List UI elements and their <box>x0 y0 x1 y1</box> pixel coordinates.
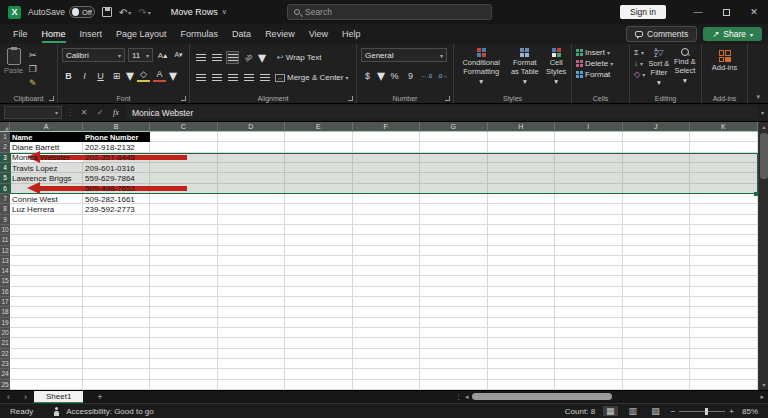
accessibility-status[interactable]: Accessibility: Good to go <box>66 407 154 416</box>
row-header-21[interactable]: 21 <box>0 338 10 348</box>
column-header-D[interactable]: D <box>218 122 286 132</box>
addins-button[interactable]: Add-ins <box>706 50 743 73</box>
merge-center-button[interactable]: ↔ Merge & Center ▾ <box>275 73 348 82</box>
borders-button[interactable]: ⊞ <box>110 69 123 82</box>
align-center-button[interactable] <box>210 71 223 84</box>
cell-A2[interactable]: Diane Barrett <box>10 142 83 152</box>
column-header-K[interactable]: K <box>690 122 758 132</box>
insert-function-button[interactable]: fx <box>110 108 122 117</box>
column-header-G[interactable]: G <box>420 122 488 132</box>
fill-handle[interactable] <box>754 192 758 196</box>
cell-A6[interactable] <box>10 184 83 194</box>
tab-review[interactable]: Review <box>258 26 302 43</box>
zoom-track[interactable] <box>679 411 725 412</box>
chevron-down-icon[interactable]: ▾ <box>128 9 131 16</box>
find-select-button[interactable]: Find & Select ▾ <box>673 48 697 92</box>
row-header-4[interactable]: 4 <box>0 163 10 173</box>
scroll-right-icon[interactable]: ▸ <box>760 393 764 401</box>
sort-filter-button[interactable]: AZ▽ Sort & Filter ▾ <box>648 48 670 92</box>
new-sheet-button[interactable]: + <box>83 392 116 402</box>
scroll-up-icon[interactable]: ▴ <box>759 122 768 132</box>
row-header-2[interactable]: 2 <box>0 142 10 152</box>
orientation-button[interactable]: ab <box>239 48 257 66</box>
tab-data[interactable]: Data <box>225 26 258 43</box>
font-name-combo[interactable]: Calibri ▾ <box>62 48 125 62</box>
chevron-down-icon[interactable]: ▾ <box>258 48 266 67</box>
sign-in-button[interactable]: Sign in <box>620 5 666 19</box>
cell-A5[interactable]: Lawrence Briggs <box>10 173 83 183</box>
number-dialog-launcher[interactable] <box>445 96 450 101</box>
cell-A4[interactable]: Travis Lopez <box>10 163 83 173</box>
conditional-formatting-button[interactable]: Conditional Formatting ▾ <box>458 48 504 92</box>
grow-font-button[interactable]: A▴ <box>156 49 169 62</box>
column-header-J[interactable]: J <box>623 122 691 132</box>
font-color-button[interactable]: A <box>153 69 166 82</box>
cell-B6[interactable]: 509-498-7653 <box>83 184 150 194</box>
maximize-button[interactable] <box>712 0 740 24</box>
align-right-button[interactable] <box>226 71 239 84</box>
normal-view-button[interactable]: ▦ <box>603 406 618 416</box>
undo-button[interactable]: ↶ ▾ <box>119 7 131 18</box>
number-format-combo[interactable]: General ▾ <box>361 48 447 62</box>
decrease-indent-button[interactable] <box>242 71 255 84</box>
font-dialog-launcher[interactable] <box>181 96 186 101</box>
cell-A3[interactable]: Monica Webster <box>10 153 83 163</box>
zoom-out-button[interactable]: − <box>671 407 676 416</box>
autosave-toggle[interactable]: Off <box>69 6 95 18</box>
row-header-25[interactable]: 25 <box>0 380 10 390</box>
page-break-view-button[interactable]: ▧ <box>648 406 663 416</box>
row-header-6[interactable]: 6 <box>0 184 10 194</box>
cell-B1[interactable]: Phone Number <box>83 132 150 142</box>
save-icon[interactable] <box>102 7 112 17</box>
increase-indent-button[interactable] <box>258 71 271 84</box>
row-header-24[interactable]: 24 <box>0 369 10 379</box>
cell-B3[interactable]: 202-357-8445 <box>83 153 150 163</box>
zoom-knob[interactable] <box>705 408 708 415</box>
row-header-23[interactable]: 23 <box>0 359 10 369</box>
fill-button[interactable]: ↓▾ <box>634 59 645 68</box>
cell-A8[interactable]: Luz Herrera <box>10 204 83 214</box>
cancel-entry-button[interactable]: ✕ <box>78 108 90 117</box>
share-button[interactable]: ↗ Share ▾ <box>703 27 762 41</box>
underline-button[interactable]: U <box>94 69 107 82</box>
enter-entry-button[interactable]: ✓ <box>94 108 106 117</box>
cell-B7[interactable]: 509-282-1661 <box>83 194 150 204</box>
cell-B2[interactable]: 202-918-2132 <box>83 142 150 152</box>
tab-page-layout[interactable]: Page Layout <box>109 26 174 43</box>
clear-button[interactable]: ◇▾ <box>634 70 645 79</box>
row-header-17[interactable]: 17 <box>0 297 10 307</box>
zoom-in-button[interactable]: + <box>729 407 734 416</box>
column-header-B[interactable]: B <box>83 122 150 132</box>
chevron-down-icon[interactable]: ▾ <box>169 66 177 85</box>
column-header-H[interactable]: H <box>488 122 556 132</box>
page-layout-view-button[interactable]: ▥ <box>626 406 641 416</box>
tab-file[interactable]: File <box>6 26 35 43</box>
cells-area[interactable]: NamePhone NumberDiane Barrett202-918-213… <box>10 132 758 390</box>
format-cells-button[interactable]: Format <box>576 70 625 79</box>
column-header-E[interactable]: E <box>285 122 353 132</box>
tab-view[interactable]: View <box>302 26 335 43</box>
cell-styles-button[interactable]: Cell Styles ▾ <box>545 48 567 92</box>
row-header-8[interactable]: 8 <box>0 204 10 214</box>
decrease-decimal-button[interactable]: .0→ <box>436 69 449 82</box>
row-header-12[interactable]: 12 <box>0 246 10 256</box>
copy-button[interactable]: ❐ <box>26 62 39 75</box>
collapse-ribbon-button[interactable]: ▾ <box>756 93 760 101</box>
formula-input[interactable]: Monica Webster <box>126 106 757 119</box>
wrap-text-button[interactable]: ↩ Wrap Text <box>277 53 321 62</box>
horizontal-scroll-thumb[interactable] <box>472 393 612 400</box>
prev-sheet-button[interactable]: ‹ <box>0 392 17 402</box>
vertical-scrollbar[interactable]: ▴ ▾ <box>758 122 768 390</box>
align-left-button[interactable] <box>194 71 207 84</box>
row-header-19[interactable]: 19 <box>0 318 10 328</box>
row-header-15[interactable]: 15 <box>0 276 10 286</box>
column-header-C[interactable]: C <box>150 122 218 132</box>
row-header-16[interactable]: 16 <box>0 287 10 297</box>
cell-B5[interactable]: 559-629-7864 <box>83 173 150 183</box>
column-header-I[interactable]: I <box>555 122 623 132</box>
alignment-dialog-launcher[interactable] <box>348 96 353 101</box>
font-size-combo[interactable]: 11 ▾ <box>128 48 153 62</box>
row-header-14[interactable]: 14 <box>0 266 10 276</box>
column-header-F[interactable]: F <box>353 122 421 132</box>
name-box[interactable]: ▾ <box>4 106 62 119</box>
